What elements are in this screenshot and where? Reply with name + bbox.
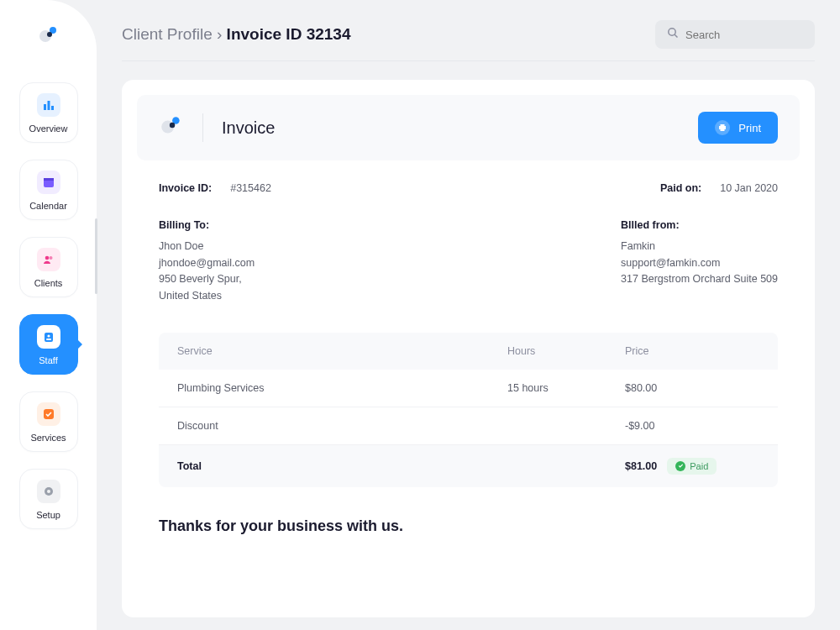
bar-chart-icon (37, 93, 60, 117)
sidebar-item-setup[interactable]: Setup (19, 469, 78, 529)
table-header: Service Hours Price (159, 333, 778, 370)
svg-line-17 (675, 34, 677, 37)
search-icon (667, 27, 679, 42)
svg-rect-4 (47, 101, 50, 110)
sidebar-item-clients[interactable]: Clients (19, 237, 78, 297)
svg-point-11 (47, 334, 50, 337)
cell-service: Discount (177, 420, 507, 432)
breadcrumb-separator: › (217, 25, 227, 43)
billing-to-street: 950 Beverly Spur, (159, 271, 255, 287)
sidebar: Overview Calendar Clients Staff Services (0, 0, 97, 630)
breadcrumb-current: Invoice ID 32134 (227, 25, 351, 43)
billed-from-email: support@famkin.com (621, 255, 778, 271)
svg-point-9 (49, 256, 52, 260)
invoice-card: Invoice Print Invoice ID: #315462 Paid o… (122, 80, 815, 617)
total-price: $81.00 (625, 460, 657, 472)
sidebar-item-overview[interactable]: Overview (19, 82, 78, 143)
sidebar-item-label: Calendar (29, 201, 67, 211)
main-content: Client Profile › Invoice ID 32134 (97, 0, 840, 630)
svg-rect-5 (51, 106, 54, 110)
total-label: Total (177, 460, 507, 472)
address-row: Billing To: Jhon Doe jhondoe@gmail.com 9… (122, 194, 815, 304)
invoice-table: Service Hours Price Plumbing Services 15… (159, 333, 778, 487)
sidebar-item-calendar[interactable]: Calendar (19, 160, 78, 220)
billed-from-name: Famkin (621, 239, 778, 255)
invoice-meta: Invoice ID: #315462 Paid on: 10 Jan 2020 (122, 160, 815, 194)
print-button[interactable]: Print (698, 112, 778, 144)
card-header: Invoice Print (137, 95, 800, 160)
sidebar-item-label: Services (30, 433, 66, 443)
svg-point-20 (170, 123, 175, 128)
billed-from-label: Bllled from: (621, 218, 778, 234)
print-label: Print (738, 122, 761, 134)
svg-rect-7 (44, 178, 54, 181)
svg-rect-21 (719, 126, 726, 129)
badge-icon (37, 325, 60, 349)
invoice-id-value: #315462 (230, 182, 271, 194)
table-row: Plumbing Services 15 hours $80.00 (159, 370, 778, 407)
top-bar: Client Profile › Invoice ID 32134 (122, 20, 815, 61)
invoice-logo-icon (159, 113, 184, 142)
divider (202, 113, 203, 142)
print-icon (715, 120, 730, 135)
billing-to-block: Billing To: Jhon Doe jhondoe@gmail.com 9… (159, 218, 255, 304)
svg-point-2 (47, 32, 52, 37)
paid-badge: Paid (667, 458, 717, 475)
cell-price: -$9.00 (625, 420, 759, 432)
breadcrumb: Client Profile › Invoice ID 32134 (122, 25, 350, 44)
paid-on-label: Paid on: (660, 182, 701, 194)
invoice-id-label: Invoice ID: (159, 182, 212, 194)
sidebar-item-label: Setup (36, 510, 60, 520)
svg-point-15 (47, 490, 50, 493)
billing-to-name: Jhon Doe (159, 239, 255, 255)
sidebar-item-services[interactable]: Services (19, 391, 78, 452)
check-circle-icon (675, 461, 685, 471)
paid-badge-label: Paid (690, 461, 708, 471)
th-hours: Hours (507, 345, 625, 357)
cell-hours: 15 hours (507, 382, 625, 394)
billing-to-email: jhondoe@gmail.com (159, 255, 255, 271)
paid-on-value: 10 Jan 2020 (720, 182, 778, 194)
billing-to-country: United States (159, 288, 255, 304)
sidebar-item-staff[interactable]: Staff (19, 314, 78, 375)
gear-icon (37, 480, 60, 503)
cell-price: $80.00 (625, 382, 759, 394)
billed-from-block: Bllled from: Famkin support@famkin.com 3… (621, 218, 778, 304)
sidebar-item-label: Overview (29, 123, 68, 134)
th-service: Service (177, 345, 507, 357)
svg-point-8 (45, 256, 49, 260)
cell-service: Plumbing Services (177, 382, 507, 394)
billing-to-label: Billing To: (159, 218, 255, 234)
svg-rect-22 (721, 124, 725, 126)
table-total-row: Total $81.00 Paid (159, 445, 778, 487)
breadcrumb-parent[interactable]: Client Profile (122, 25, 213, 43)
check-icon (37, 402, 60, 426)
search-input[interactable] (685, 29, 803, 41)
svg-rect-3 (44, 104, 46, 110)
search-box[interactable] (655, 20, 815, 49)
card-title: Invoice (222, 118, 275, 138)
billed-from-street: 317 Bergstrom Orchard Suite 509 (621, 271, 778, 287)
calendar-icon (37, 171, 60, 194)
people-icon (37, 248, 60, 271)
sidebar-item-label: Clients (34, 278, 63, 288)
thanks-message: Thanks for your business with us. (122, 487, 815, 535)
sidebar-item-label: Staff (39, 355, 57, 365)
svg-point-16 (669, 29, 675, 35)
table-row: Discount -$9.00 (159, 407, 778, 445)
th-price: Price (625, 345, 759, 357)
app-logo (37, 24, 60, 50)
svg-rect-12 (46, 339, 51, 340)
svg-rect-23 (721, 129, 725, 131)
